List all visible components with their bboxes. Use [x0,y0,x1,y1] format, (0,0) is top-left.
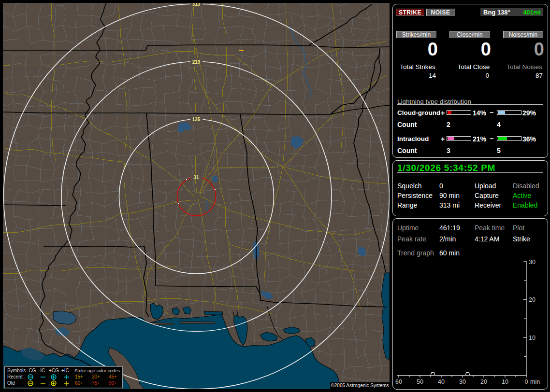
svg-text:125: 125 [192,117,201,122]
svg-text:30: 30 [529,259,536,266]
svg-text:31: 31 [193,175,199,180]
svg-text:30: 30 [459,378,466,385]
svg-text:60: 60 [395,378,402,385]
svg-text:313: 313 [192,3,201,7]
svg-text:10: 10 [529,335,536,341]
svg-text:219: 219 [192,59,201,65]
svg-text:min: min [530,378,540,385]
svg-text:20: 20 [529,296,536,303]
svg-text:0: 0 [525,378,528,385]
svg-text:50: 50 [417,378,423,385]
svg-text:20: 20 [480,378,487,385]
svg-text:10: 10 [502,378,508,385]
svg-text:40: 40 [438,378,445,385]
